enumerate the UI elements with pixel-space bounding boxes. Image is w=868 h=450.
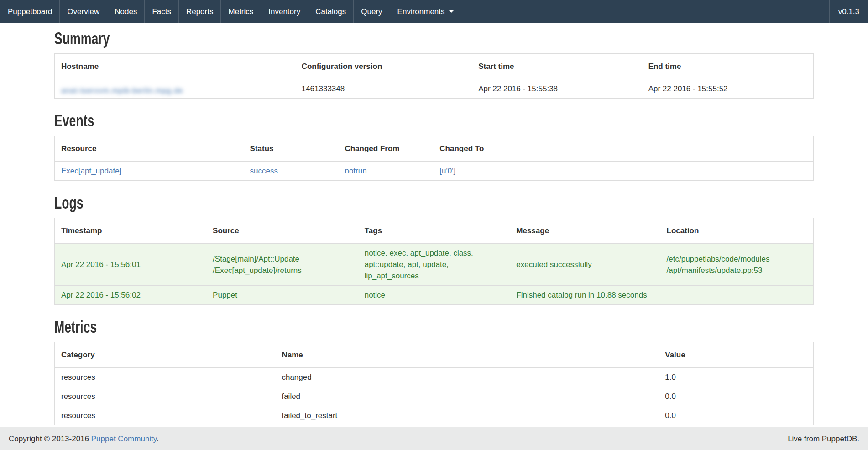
main-content: Summary Hostname Configuration version S…: [54, 30, 814, 425]
logs-heading: Logs: [54, 194, 616, 212]
events-col-changed-to: Changed To: [433, 136, 813, 162]
metric-name: failed_to_restart: [275, 406, 659, 425]
log-message: Finished catalog run in 10.88 seconds: [510, 286, 660, 305]
metric-category: resources: [55, 387, 276, 406]
metric-row: resources failed_to_restart 0.0: [55, 406, 814, 425]
metrics-col-value: Value: [659, 342, 813, 368]
summary-heading: Summary: [54, 30, 616, 48]
chevron-down-icon: [449, 10, 454, 13]
event-resource-link[interactable]: Exec[apt_update]: [61, 167, 121, 175]
log-timestamp: Apr 22 2016 - 15:56:01: [55, 244, 207, 286]
metrics-col-category: Category: [55, 342, 276, 368]
summary-table: Hostname Configuration version Start tim…: [54, 53, 814, 99]
log-tags: notice, exec, apt_update, class, apt::up…: [358, 244, 510, 286]
metric-name: failed: [275, 387, 659, 406]
nav-item-catalogs[interactable]: Catalogs: [308, 0, 354, 23]
log-source: Puppet: [206, 286, 358, 305]
configuration-version-value: 1461333348: [295, 79, 472, 99]
nav-item-overview[interactable]: Overview: [60, 0, 107, 23]
logs-col-timestamp: Timestamp: [55, 218, 207, 244]
summary-col-end-time: End time: [642, 54, 814, 79]
log-row: Apr 22 2016 - 15:56:02 Puppet notice Fin…: [55, 286, 814, 305]
events-col-resource: Resource: [55, 136, 244, 162]
event-status-link[interactable]: success: [250, 167, 278, 175]
summary-col-start-time: Start time: [472, 54, 642, 79]
log-location: /etc/puppetlabs/code/modules /apt/manife…: [660, 244, 814, 286]
nav-item-nodes[interactable]: Nodes: [107, 0, 145, 23]
navbar: Puppetboard Overview Nodes Facts Reports…: [0, 0, 868, 23]
metric-value: 0.0: [659, 387, 813, 406]
start-time-value: Apr 22 2016 - 15:55:38: [472, 79, 642, 99]
nav-item-metrics[interactable]: Metrics: [221, 0, 261, 23]
events-col-status: Status: [244, 136, 339, 162]
navbar-brand[interactable]: Puppetboard: [0, 0, 60, 23]
summary-col-configuration-version: Configuration version: [295, 54, 472, 79]
metrics-heading: Metrics: [54, 318, 616, 336]
logs-header-row: Timestamp Source Tags Message Location: [55, 218, 814, 244]
log-location: [660, 286, 814, 305]
logs-col-location: Location: [660, 218, 814, 244]
log-timestamp: Apr 22 2016 - 15:56:02: [55, 286, 207, 305]
nav-item-facts[interactable]: Facts: [145, 0, 179, 23]
event-changed-to-link[interactable]: [u'0']: [439, 167, 455, 175]
metric-value: 0.0: [659, 406, 813, 425]
metric-name: changed: [275, 368, 659, 387]
nav-dropdown-environments-label: Environments: [397, 6, 445, 17]
logs-col-message: Message: [510, 218, 660, 244]
navbar-spacer: [461, 0, 829, 23]
logs-table: Timestamp Source Tags Message Location A…: [54, 218, 814, 305]
logs-col-source: Source: [206, 218, 358, 244]
metric-category: resources: [55, 406, 276, 425]
summary-header-row: Hostname Configuration version Start tim…: [55, 54, 814, 79]
events-row: Exec[apt_update] success notrun [u'0']: [55, 162, 814, 181]
metrics-table: Category Name Value resources changed 1.…: [54, 342, 814, 425]
events-col-changed-from: Changed From: [338, 136, 433, 162]
log-row: Apr 22 2016 - 15:56:01 /Stage[main]/Apt:…: [55, 244, 814, 286]
metric-value: 1.0: [659, 368, 813, 387]
log-message: executed successfully: [510, 244, 660, 286]
metric-row: resources failed 0.0: [55, 387, 814, 406]
event-changed-from-link[interactable]: notrun: [345, 167, 366, 175]
nav-item-inventory[interactable]: Inventory: [261, 0, 308, 23]
events-header-row: Resource Status Changed From Changed To: [55, 136, 814, 162]
log-source: /Stage[main]/Apt::Update /Exec[apt_updat…: [206, 244, 358, 286]
end-time-value: Apr 22 2016 - 15:55:52: [642, 79, 814, 99]
navbar-version: v0.1.3: [829, 0, 868, 23]
events-table: Resource Status Changed From Changed To …: [54, 136, 814, 181]
log-tags: notice: [358, 286, 510, 305]
events-heading: Events: [54, 112, 616, 130]
summary-col-hostname: Hostname: [55, 54, 295, 79]
metric-category: resources: [55, 368, 276, 387]
nav-dropdown-environments[interactable]: Environments: [390, 0, 461, 23]
nav-item-reports[interactable]: Reports: [179, 0, 221, 23]
summary-row: anat-tservvm.mpib-berlin.mpg.de 14613333…: [55, 79, 814, 99]
metrics-col-name: Name: [275, 342, 659, 368]
hostname-link[interactable]: anat-tservvm.mpib-berlin.mpg.de: [61, 86, 183, 95]
metric-row: resources changed 1.0: [55, 368, 814, 387]
metrics-header-row: Category Name Value: [55, 342, 814, 368]
nav-item-query[interactable]: Query: [354, 0, 390, 23]
logs-col-tags: Tags: [358, 218, 510, 244]
